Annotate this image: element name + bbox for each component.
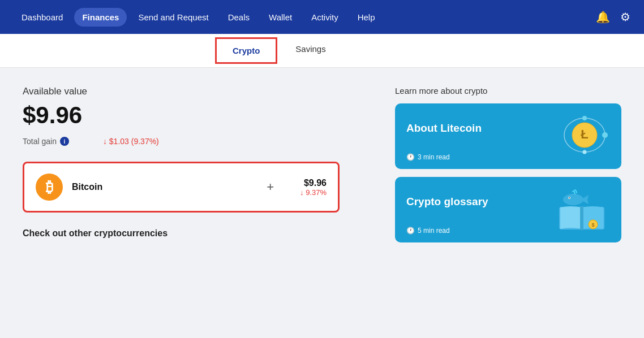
- card-left-2: Crypto glossary 🕐 5 min read: [406, 196, 488, 224]
- crypto-glossary-card[interactable]: Crypto glossary 🕐 5 min read: [395, 177, 621, 242]
- total-gain-value: ↓ $1.03 (9.37%): [103, 137, 159, 146]
- glossary-illustration: $: [553, 187, 610, 232]
- svg-text:$: $: [591, 222, 594, 228]
- crypto-pct: ↓ 9.37%: [300, 188, 327, 197]
- available-value: $9.96: [23, 102, 372, 129]
- tabs-bar: Crypto Savings: [0, 34, 644, 68]
- info-icon[interactable]: i: [60, 137, 69, 146]
- left-panel: Available value $9.96 Total gain i ↓ $1.…: [23, 86, 372, 250]
- svg-point-12: [569, 197, 570, 198]
- right-panel: Learn more about crypto About Litecoin 🕐…: [395, 86, 621, 250]
- litecoin-card-title: About Litecoin: [406, 122, 482, 135]
- glossary-card-title: Crypto glossary: [406, 196, 488, 208]
- about-litecoin-card[interactable]: About Litecoin 🕐 3 min read Ł: [395, 103, 621, 169]
- clock-icon-2: 🕐: [406, 227, 415, 235]
- gear-icon[interactable]: ⚙: [620, 10, 630, 24]
- svg-point-10: [563, 194, 583, 205]
- svg-rect-7: [580, 206, 583, 230]
- bitcoin-card[interactable]: ₿ Bitcoin + $9.96 ↓ 9.37%: [23, 162, 340, 213]
- glossary-read-time: 🕐 5 min read: [406, 227, 450, 235]
- total-gain-row: Total gain i ↓ $1.03 (9.37%): [23, 137, 372, 146]
- litecoin-read-time: 🕐 3 min read: [406, 153, 450, 161]
- tab-crypto[interactable]: Crypto: [215, 37, 277, 64]
- nav-activity[interactable]: Activity: [303, 8, 346, 27]
- clock-icon: 🕐: [406, 153, 415, 161]
- main-content: Available value $9.96 Total gain i ↓ $1.…: [0, 68, 644, 262]
- navbar: Dashboard Finances Send and Request Deal…: [0, 0, 644, 34]
- crypto-usd: $9.96: [300, 178, 327, 188]
- nav-wallet[interactable]: Wallet: [261, 8, 300, 27]
- nav-finances[interactable]: Finances: [74, 8, 127, 27]
- nav-items: Dashboard Finances Send and Request Deal…: [14, 8, 596, 27]
- total-gain-label: Total gain i: [23, 137, 69, 146]
- learn-title: Learn more about crypto: [395, 86, 621, 96]
- check-other-label: Check out other cryptocurrencies: [23, 228, 372, 239]
- crypto-name: Bitcoin: [72, 182, 241, 192]
- svg-point-4: [602, 132, 608, 138]
- bitcoin-icon: ₿: [36, 174, 63, 201]
- crypto-values: $9.96 ↓ 9.37%: [300, 178, 327, 197]
- bell-icon[interactable]: 🔔: [596, 10, 610, 24]
- svg-point-3: [582, 116, 587, 120]
- nav-dashboard[interactable]: Dashboard: [14, 8, 71, 27]
- svg-text:Ł: Ł: [581, 127, 588, 141]
- nav-help[interactable]: Help: [350, 8, 383, 27]
- tab-savings[interactable]: Savings: [277, 34, 344, 67]
- card-left: About Litecoin 🕐 3 min read: [406, 122, 482, 150]
- litecoin-illustration: Ł: [553, 114, 610, 159]
- nav-send-request[interactable]: Send and Request: [130, 8, 216, 27]
- nav-icons: 🔔 ⚙: [596, 10, 630, 24]
- add-crypto-button[interactable]: +: [267, 180, 274, 194]
- svg-point-5: [583, 150, 587, 154]
- available-label: Available value: [23, 86, 372, 97]
- nav-deals[interactable]: Deals: [220, 8, 257, 27]
